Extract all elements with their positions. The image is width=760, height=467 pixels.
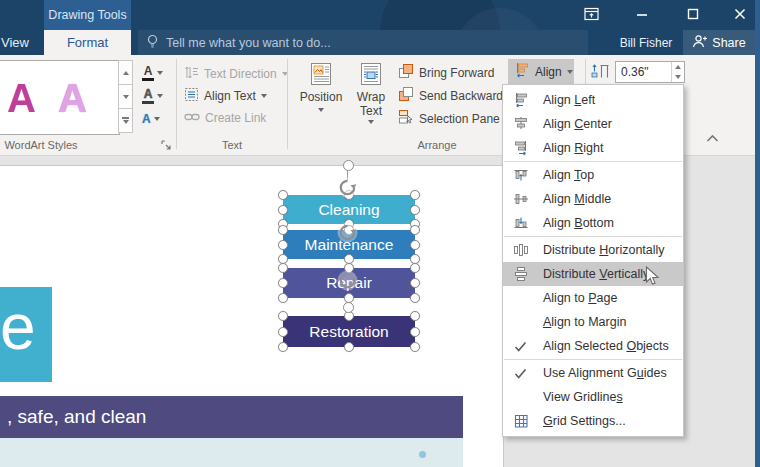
- resize-handle[interactable]: [410, 190, 420, 200]
- menu-item-align-center[interactable]: Align Center: [503, 112, 683, 136]
- bring-forward-button[interactable]: Bring Forward: [398, 62, 517, 83]
- button-label: Position: [300, 91, 343, 105]
- shape-height-input[interactable]: [616, 64, 671, 80]
- wordart-title-fragment[interactable]: e: [0, 287, 52, 382]
- menu-item-label: Align to Page: [543, 291, 617, 305]
- resize-handle[interactable]: [278, 293, 288, 303]
- rotate-handle-icon[interactable]: [336, 176, 359, 199]
- word-window: Drawing Tools View Format Tell me what y…: [0, 0, 760, 467]
- gallery-scroll-down-button[interactable]: [118, 85, 133, 109]
- resize-handle[interactable]: [410, 311, 420, 321]
- shape-restoration[interactable]: Restoration: [283, 316, 415, 347]
- align-bottom-icon: [512, 215, 529, 232]
- text-fill-button[interactable]: A: [139, 61, 173, 84]
- checkmark-icon: [512, 365, 529, 382]
- menu-item-align-right[interactable]: Align Right: [503, 136, 683, 160]
- rotate-handle-icon[interactable]: [336, 269, 359, 292]
- dropdown-arrow-icon: [318, 108, 324, 112]
- rotate-handle[interactable]: [343, 160, 354, 171]
- wordart-dialog-launcher[interactable]: [161, 140, 172, 154]
- resize-handle[interactable]: [344, 342, 354, 352]
- tell-me-box[interactable]: Tell me what you want to do...: [146, 30, 331, 55]
- align-center-icon: [512, 116, 529, 133]
- wordart-sample-outline[interactable]: A: [58, 78, 87, 118]
- gallery-scroll-up-button[interactable]: [118, 60, 133, 85]
- menu-item-grid-settings[interactable]: Grid Settings...: [503, 409, 683, 433]
- gallery-more-button[interactable]: [118, 109, 133, 133]
- dropdown-arrow-icon: [157, 71, 163, 75]
- resize-handle[interactable]: [278, 311, 288, 321]
- wordart-style-gallery[interactable]: A A: [0, 60, 120, 135]
- resize-handle[interactable]: [278, 205, 288, 215]
- tab-format[interactable]: Format: [44, 30, 131, 55]
- checkmark-icon: [512, 338, 529, 355]
- menu-item-align-top[interactable]: Align Top: [503, 163, 683, 187]
- menu-separator: [504, 236, 682, 237]
- shape-cleaning[interactable]: Cleaning: [283, 195, 415, 224]
- create-link-button[interactable]: Create Link: [184, 107, 266, 129]
- resize-handle[interactable]: [410, 240, 420, 250]
- share-button[interactable]: Share: [683, 30, 755, 55]
- button-label: Align Text: [204, 89, 256, 103]
- rotate-handle-icon[interactable]: [336, 221, 359, 244]
- resize-handle[interactable]: [410, 205, 420, 215]
- down-arrow-icon: [123, 95, 129, 99]
- wrap-text-button[interactable]: Wrap Text: [349, 61, 393, 124]
- ribbon-display-options-button[interactable]: [582, 6, 600, 24]
- resize-handle[interactable]: [410, 225, 420, 235]
- button-label: Text Direction: [204, 67, 277, 81]
- tab-view[interactable]: View: [0, 30, 42, 55]
- resize-handle[interactable]: [410, 278, 420, 288]
- close-button[interactable]: [731, 6, 749, 24]
- bring-forward-icon: [398, 63, 414, 82]
- signed-in-user[interactable]: Bill Fisher: [612, 30, 680, 55]
- resize-handle[interactable]: [410, 293, 420, 303]
- menu-item-distribute-horizontally[interactable]: Distribute Horizontally: [503, 238, 683, 262]
- menu-item-align-to-margin[interactable]: Align to Margin: [503, 310, 683, 334]
- wrap-text-icon: [358, 61, 384, 91]
- menu-item-align-middle[interactable]: Align Middle: [503, 187, 683, 211]
- position-button[interactable]: Position: [296, 61, 346, 112]
- up-arrow-icon: [123, 71, 129, 75]
- resize-handle[interactable]: [410, 342, 420, 352]
- minimize-button[interactable]: [633, 6, 651, 24]
- shape-height-spinner[interactable]: [671, 62, 684, 82]
- text-outline-button[interactable]: A: [139, 84, 173, 107]
- resize-handle[interactable]: [278, 190, 288, 200]
- menu-item-align-bottom[interactable]: Align Bottom: [503, 211, 683, 235]
- resize-handle[interactable]: [410, 263, 420, 273]
- empty-icon-slot: [512, 314, 529, 331]
- text-direction-button[interactable]: Text Direction: [184, 63, 288, 85]
- resize-handle[interactable]: [278, 240, 288, 250]
- menu-item-use-alignment-guides[interactable]: Use Alignment Guides: [503, 361, 683, 385]
- banner-text: , safe, and clean: [7, 406, 146, 428]
- group-label-wordart-styles: WordArt Styles: [2, 139, 80, 151]
- align-icon: [514, 62, 530, 81]
- distribute-horizontally-icon: [512, 242, 529, 259]
- maximize-button[interactable]: [684, 6, 702, 24]
- menu-item-view-gridlines[interactable]: View Gridlines: [503, 385, 683, 409]
- rotate-handle[interactable]: [343, 302, 354, 313]
- button-label: Send Backward: [419, 89, 503, 103]
- menu-item-label: Align Right: [543, 141, 603, 155]
- contextual-tab-header: Drawing Tools: [44, 0, 131, 30]
- lower-strip-shape[interactable]: [0, 438, 463, 467]
- wordart-sample-fill[interactable]: A: [7, 78, 36, 118]
- align-text-button[interactable]: Align Text: [184, 85, 267, 107]
- resize-handle[interactable]: [278, 327, 288, 337]
- menu-item-align-selected-objects[interactable]: Align Selected Objects: [503, 334, 683, 358]
- banner-shape[interactable]: , safe, and clean: [0, 396, 463, 438]
- selection-pane-button[interactable]: Selection Pane: [398, 108, 500, 129]
- align-right-icon: [512, 140, 529, 157]
- collapse-ribbon-button[interactable]: [702, 129, 722, 147]
- align-button[interactable]: Align: [508, 59, 574, 84]
- resize-handle[interactable]: [410, 327, 420, 337]
- button-label: Align: [535, 65, 562, 79]
- resize-handle[interactable]: [278, 263, 288, 273]
- resize-handle[interactable]: [278, 225, 288, 235]
- resize-handle[interactable]: [278, 342, 288, 352]
- text-effects-button[interactable]: A: [139, 107, 173, 130]
- resize-handle[interactable]: [278, 278, 288, 288]
- lightbulb-icon: [146, 34, 159, 52]
- menu-item-align-left[interactable]: Align Left: [503, 88, 683, 112]
